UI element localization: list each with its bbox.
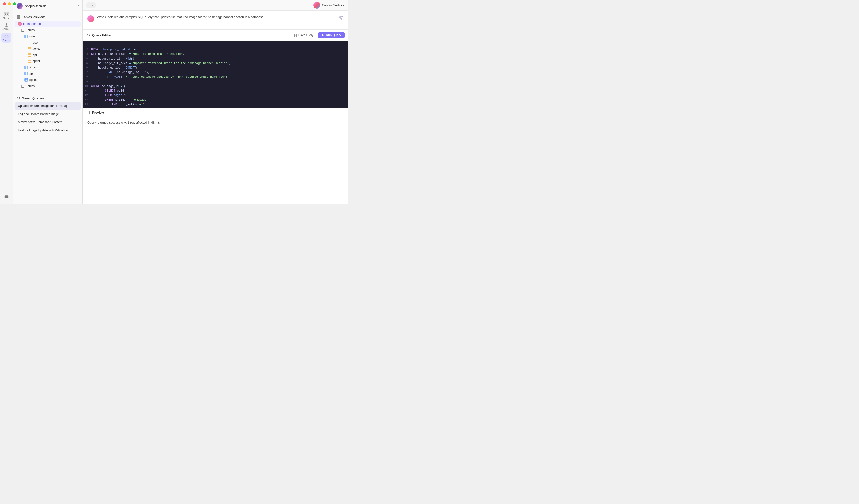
tree-subtable-ticket[interactable]: ticket <box>15 46 81 52</box>
svg-point-12 <box>18 22 21 23</box>
svg-rect-31 <box>25 72 28 75</box>
tree-user-table[interactable]: user <box>15 33 81 39</box>
db-selected-icon <box>18 22 22 26</box>
svg-rect-5 <box>5 196 9 196</box>
code-line-7: 7 IFNULL(hc.change_log, ''), <box>82 70 348 75</box>
sidebar-item-api-core[interactable]: API Core <box>1 21 12 32</box>
table-sprint-icon <box>24 78 28 82</box>
svg-rect-1 <box>7 13 9 14</box>
divider-1 <box>16 91 79 91</box>
code-line-14: 14 AND p.is_active = 1 <box>82 102 348 107</box>
tree-item-leera-tech-db[interactable]: leera-tech-db <box>15 21 81 27</box>
saved-query-item-2[interactable]: Modify Active Homepage Content <box>15 119 81 126</box>
code-line-4: 4 hc.updated_at = NOW(), <box>82 57 348 61</box>
preview-header: Preview <box>82 108 348 117</box>
svg-rect-8 <box>17 16 20 18</box>
svg-rect-25 <box>28 60 31 63</box>
editor-actions: Save query Run Query <box>291 32 345 38</box>
db-selector-bar[interactable]: shopify-tech-db ▾ <box>13 0 82 12</box>
svg-rect-28 <box>25 66 28 69</box>
subtable-sprint-icon <box>28 59 31 63</box>
send-icon <box>338 15 343 20</box>
query-editor-section: Query Editor Save query Run Query <box>82 30 348 108</box>
subtable-ticket-icon <box>28 47 31 51</box>
traffic-lights <box>3 2 16 5</box>
svg-marker-39 <box>322 34 324 36</box>
sidebar-item-queryx[interactable]: QueryX <box>1 32 12 43</box>
preview-title: Preview <box>92 111 104 114</box>
editor-code-icon <box>86 33 90 37</box>
left-panel: shopify-tech-db ▾ Tables Preview leera-t… <box>13 0 82 204</box>
code-line-3: 3 SET hc.featured_image = 'new_featured_… <box>82 52 348 57</box>
sidebar-queryx-label: QueryX <box>3 39 10 41</box>
code-line-11: 11 SELECT p.id <box>82 89 348 93</box>
editor-title-text: Query Editor <box>92 33 111 37</box>
tree-subtable-user[interactable]: user <box>15 40 81 45</box>
close-button[interactable] <box>3 2 6 5</box>
code-line-13: 13 WHERE p.slug = 'homepage' <box>82 98 348 102</box>
sidebar-planner-label: Planner <box>3 17 10 19</box>
svg-rect-22 <box>28 53 31 57</box>
tree-api-table[interactable]: api <box>15 71 81 77</box>
code-line-6: 6 hc.change_log = CONCAT( <box>82 66 348 70</box>
svg-point-4 <box>6 25 7 26</box>
code-line-5: 5 hc.image_alt_text = 'Updated featured … <box>82 61 348 66</box>
saved-query-item-0[interactable]: Update Featured Image for Homepage <box>15 102 81 110</box>
svg-rect-7 <box>5 197 9 198</box>
code-line-8: 8 '[', NOW(), '] Featured image updated … <box>82 75 348 79</box>
svg-rect-6 <box>5 195 9 195</box>
code-line-2: 2 UPDATE homepage_content hc <box>82 47 348 52</box>
table-icon <box>16 15 20 19</box>
code-line-10: 10 WHERE hc.page_id = ( <box>82 84 348 89</box>
tree-sprint-table[interactable]: sprint <box>15 77 81 83</box>
saved-queries-header: Saved Queries <box>13 93 82 102</box>
svg-rect-0 <box>5 13 6 14</box>
code-editor[interactable]: 1 2 UPDATE homepage_content hc 3 SET hc.… <box>82 41 348 108</box>
code-line-15: 15 AND p.is_published = 1 <box>82 107 348 108</box>
tree-tables-group-2-label: Tables <box>26 84 35 88</box>
tables-preview-header: Tables Preview <box>13 12 82 21</box>
tree-tables-group-2[interactable]: Tables <box>15 83 81 89</box>
saved-query-item-1[interactable]: Log and Update Banner Image <box>15 110 81 117</box>
minimize-button[interactable] <box>8 2 11 5</box>
tree-tables-group-1[interactable]: Tables <box>15 27 81 33</box>
workspace-button[interactable]: L ▾ <box>86 2 96 8</box>
tables-preview-title: Tables Preview <box>22 15 45 19</box>
tree-ticket-table[interactable]: ticket <box>15 65 81 70</box>
tree-subtable-api[interactable]: api <box>15 52 81 58</box>
preview-table-icon <box>86 110 90 114</box>
folder-icon-1 <box>21 28 25 32</box>
tree-tables-group-1-label: Tables <box>26 29 35 32</box>
maximize-button[interactable] <box>13 2 16 5</box>
top-header: L ▾ Sophia Martinez <box>82 0 348 11</box>
avatar <box>314 2 320 9</box>
code-line-9: 9 ) <box>82 80 348 84</box>
save-query-button[interactable]: Save query <box>291 32 316 38</box>
sidebar-item-settings[interactable] <box>1 191 12 201</box>
preview-result-text: Query returned successfully: 1 row affec… <box>87 121 160 124</box>
workspace-initial: L <box>89 3 90 7</box>
right-panel: L ▾ Sophia Martinez Write a detailed and… <box>82 0 348 204</box>
subtable-api-icon <box>28 53 31 57</box>
top-header-left: L ▾ <box>86 2 96 8</box>
svg-rect-19 <box>28 47 31 50</box>
table-ticket-icon <box>24 65 28 69</box>
subtable-user-icon <box>28 41 31 45</box>
icon-sidebar: Planner API Core QueryX <box>0 0 13 204</box>
editor-header: Query Editor Save query Run Query <box>82 30 348 41</box>
workspace-chevron-icon: ▾ <box>92 4 93 7</box>
bookmark-icon <box>294 33 297 37</box>
main-area: shopify-tech-db ▾ Tables Preview leera-t… <box>13 0 348 204</box>
tree-subtable-sprint[interactable]: sprint <box>15 58 81 64</box>
svg-rect-40 <box>87 111 90 114</box>
run-query-button[interactable]: Run Query <box>318 32 345 38</box>
code-line-12: 12 FROM pages p <box>82 93 348 98</box>
code-icon <box>16 96 20 100</box>
prompt-area: Write a detailed and complex SQL query t… <box>82 11 348 30</box>
sidebar-item-planner[interactable]: Planner <box>1 11 12 20</box>
table-user-icon <box>24 34 28 38</box>
prompt-avatar <box>87 15 94 22</box>
saved-query-item-3[interactable]: Feature Image Update with Validation <box>15 127 81 134</box>
send-button[interactable] <box>338 15 344 22</box>
tree-user-label: user <box>29 35 35 38</box>
